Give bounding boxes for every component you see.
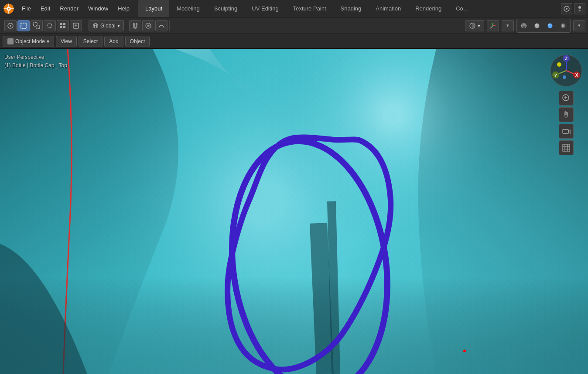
gizmo-toggle-btn[interactable] <box>487 20 499 31</box>
svg-line-31 <box>490 26 493 28</box>
gizmo-options-btn[interactable]: ▾ <box>502 20 514 31</box>
global-dropdown-btn[interactable]: Global ▾ <box>89 20 124 31</box>
header-bar: Object Mode ▾ View Select Add Object <box>0 34 588 49</box>
svg-rect-18 <box>63 26 65 28</box>
camera-icon <box>562 127 571 136</box>
cursor-tool-btn[interactable] <box>4 20 17 31</box>
svg-point-2 <box>8 8 10 10</box>
top-right-area <box>561 3 585 14</box>
wireframe-icon <box>520 22 527 29</box>
svg-point-53 <box>563 75 566 79</box>
viewport-overlay-btn[interactable]: ▾ <box>465 20 484 31</box>
proportional-btn[interactable] <box>142 20 154 31</box>
zoom-icon <box>562 94 571 102</box>
pan-nav-btn[interactable] <box>559 107 574 122</box>
menu-window[interactable]: Window <box>84 3 113 14</box>
select-box-btn[interactable] <box>17 20 30 31</box>
svg-point-11 <box>10 25 11 27</box>
snap-group <box>127 20 170 31</box>
tab-compositing[interactable]: Co... <box>449 0 475 17</box>
svg-rect-16 <box>63 23 65 25</box>
tab-uv-editing[interactable]: UV Editing <box>245 0 285 17</box>
menu-render[interactable]: Render <box>55 3 83 14</box>
viewport-area: User Perspective (1) Bottle | Bottle Cap… <box>0 49 588 374</box>
svg-text:Y: Y <box>554 73 557 78</box>
select-lasso-btn[interactable] <box>44 20 56 31</box>
svg-point-40 <box>548 24 550 25</box>
grid-icon <box>562 143 571 152</box>
select-circle-btn[interactable] <box>31 20 43 31</box>
toolbar-bar: Global ▾ <box>0 17 588 34</box>
solid-icon <box>533 22 540 29</box>
menu-edit[interactable]: Edit <box>36 3 55 14</box>
rendered-icon <box>560 22 567 29</box>
cursor-tools-group <box>3 20 84 31</box>
view-menu-btn[interactable]: View <box>56 36 77 47</box>
overlay-icon <box>469 22 476 29</box>
svg-point-52 <box>557 62 561 67</box>
gizmo-icon <box>489 22 496 29</box>
select-menu-btn[interactable]: Select <box>79 36 103 47</box>
user-icon[interactable] <box>574 3 585 14</box>
hand-icon <box>562 110 571 119</box>
gizmo-area: Z X Y <box>549 53 584 155</box>
svg-rect-57 <box>563 129 568 133</box>
navigation-gizmo[interactable]: Z X Y <box>549 53 584 88</box>
svg-text:X: X <box>575 73 578 78</box>
object-mode-icon <box>7 38 14 44</box>
zoom-nav-btn[interactable] <box>559 91 574 105</box>
falloff-btn[interactable] <box>155 20 168 31</box>
tab-layout[interactable]: Layout <box>138 0 169 17</box>
svg-point-37 <box>535 23 540 28</box>
tab-texture-paint[interactable]: Texture Paint <box>286 0 333 17</box>
global-dropdown-area: Global ▾ <box>89 20 124 31</box>
add-menu-btn[interactable]: Add <box>104 36 123 47</box>
select-extra-btn[interactable] <box>70 20 82 31</box>
menu-help[interactable]: Help <box>113 3 134 14</box>
svg-rect-15 <box>60 23 62 25</box>
svg-point-38 <box>536 24 537 25</box>
menu-file[interactable]: File <box>17 3 35 14</box>
svg-text:Z: Z <box>565 56 567 61</box>
material-mode-btn[interactable] <box>544 20 556 31</box>
object-mode-dropdown[interactable]: Object Mode ▾ <box>3 36 54 47</box>
camera-nav-btn[interactable] <box>559 124 574 139</box>
viewport-canvas <box>0 49 588 374</box>
snap-btn[interactable] <box>129 20 141 31</box>
select-more-btn[interactable] <box>57 20 69 31</box>
global-icon <box>92 23 99 29</box>
svg-point-9 <box>578 6 581 9</box>
grid-nav-btn[interactable] <box>559 140 574 155</box>
svg-rect-63 <box>563 144 570 151</box>
scene-icon[interactable] <box>561 3 572 14</box>
svg-marker-58 <box>568 130 570 133</box>
right-nav-tools <box>559 91 574 155</box>
blender-logo[interactable] <box>3 3 15 15</box>
rendered-mode-btn[interactable] <box>557 20 569 31</box>
svg-rect-17 <box>60 26 62 28</box>
wireframe-mode-btn[interactable] <box>518 20 530 31</box>
svg-rect-13 <box>34 23 37 26</box>
shading-options-btn[interactable]: ▾ <box>573 20 585 31</box>
svg-point-29 <box>148 25 149 26</box>
svg-rect-14 <box>36 25 40 29</box>
top-menu-bar: File Edit Render Window Help Layout Mode… <box>0 0 588 17</box>
object-menu-btn[interactable]: Object <box>125 36 150 47</box>
workspace-tabs: Layout Modeling Sculpting UV Editing Tex… <box>138 0 475 17</box>
svg-point-39 <box>548 23 553 28</box>
svg-rect-12 <box>21 23 26 28</box>
svg-point-8 <box>566 8 567 10</box>
material-icon <box>547 22 554 29</box>
solid-mode-btn[interactable] <box>531 20 543 31</box>
tab-sculpting[interactable]: Sculpting <box>207 0 244 17</box>
overlay-area: ▾ ▾ <box>465 19 585 33</box>
tab-animation[interactable]: Animation <box>369 0 408 17</box>
tab-rendering[interactable]: Rendering <box>408 0 448 17</box>
tab-shading[interactable]: Shading <box>334 0 369 17</box>
shading-modes-group <box>516 19 571 33</box>
cursor-dot <box>463 350 466 352</box>
tab-modeling[interactable]: Modeling <box>170 0 207 17</box>
